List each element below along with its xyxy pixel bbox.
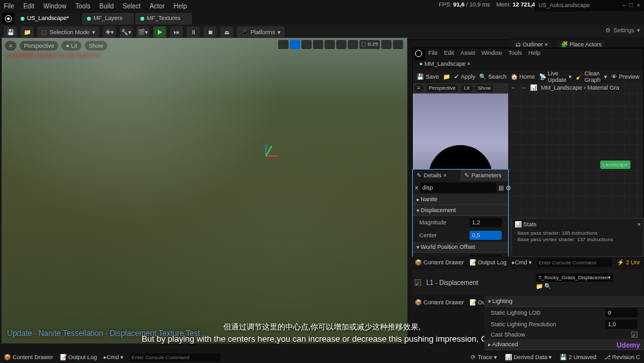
vp-tool-5[interactable]: [325, 40, 335, 49]
stop-icon[interactable]: ⏹: [204, 26, 216, 38]
vp-tool-3[interactable]: [301, 40, 312, 49]
center-field[interactable]: 0,5: [469, 231, 502, 240]
sequence-icon[interactable]: 🎬▾: [137, 26, 149, 38]
minimize-icon[interactable]: −: [622, 2, 625, 10]
graph-node[interactable]: Landscape: [600, 161, 630, 169]
use-icon[interactable]: 📁: [536, 283, 543, 289]
footer-cmd[interactable]: ▸Cmd ▾: [104, 354, 124, 360]
tab-landscape[interactable]: US_Landscape*: [15, 13, 80, 25]
res-field[interactable]: 1,0: [605, 320, 638, 329]
layer-checkbox[interactable]: [415, 279, 421, 286]
cmd-dropdown[interactable]: ▸Cmd ▾: [512, 259, 533, 266]
vp-tool-7[interactable]: [348, 40, 358, 49]
me-preview[interactable]: 👁 Preview: [611, 74, 639, 80]
settings-button[interactable]: ⚙ Settings ▾: [605, 27, 640, 34]
blueprint-icon[interactable]: 🔧▾: [120, 26, 133, 38]
displacement-category[interactable]: Displacement: [413, 205, 508, 216]
gear-icon[interactable]: ⚙: [506, 184, 511, 191]
footer-console-input[interactable]: [130, 353, 220, 362]
output-log-btn[interactable]: 📝 Output Log: [469, 259, 507, 266]
vp-tool-4[interactable]: [313, 40, 323, 49]
unread-badge[interactable]: ⚡ 2 Unr: [617, 259, 640, 266]
details-search-input[interactable]: [421, 182, 497, 193]
shadow-checkbox[interactable]: [631, 331, 638, 338]
pv-menu-icon[interactable]: ≡: [414, 84, 424, 92]
unreal-logo-icon[interactable]: [3, 13, 14, 25]
content-drawer-btn-2[interactable]: 📦 Content Drawer: [415, 299, 464, 306]
me-live[interactable]: 📡 Live Update ▾: [539, 70, 572, 83]
footer-drawer[interactable]: 📦 Content Drawer: [4, 354, 53, 360]
vp-tool-2[interactable]: [290, 40, 300, 49]
pv-show[interactable]: Show: [475, 84, 494, 92]
mode-selector[interactable]: ⬚ Selection Mode ▾: [37, 26, 99, 38]
revision-menu[interactable]: ⎇ Revision C: [604, 354, 640, 360]
texture-combo[interactable]: T_Rocky_Grass_Displacemen ▾: [536, 273, 613, 282]
me-clean[interactable]: 🧹 Clean Graph ▾: [576, 70, 607, 83]
main-viewport[interactable]: ≡ Perspective ● Lit Show ⬚ 0.25 LIGHTING…: [1, 37, 408, 344]
stats-title[interactable]: 📊 Stats: [515, 221, 536, 228]
close-icon[interactable]: ×: [637, 2, 640, 10]
ue-logo-small-icon[interactable]: [415, 50, 425, 60]
filter-icon[interactable]: ⊞: [498, 184, 504, 191]
unsaved-badge[interactable]: 💾 2 Unsaved: [560, 354, 596, 360]
me-browse-icon[interactable]: 📁: [443, 74, 450, 80]
menu-actor[interactable]: Actor: [149, 3, 164, 10]
add-icon[interactable]: ✚▾: [103, 26, 116, 38]
play-button[interactable]: [153, 26, 166, 38]
menu-tools[interactable]: Tools: [75, 3, 90, 10]
content-drawer-btn[interactable]: 📦 Content Drawer: [415, 259, 464, 266]
wpo-category[interactable]: World Position Offset: [413, 242, 508, 253]
menu-file[interactable]: File: [4, 3, 14, 10]
me-home[interactable]: 🏠 Home: [511, 74, 535, 80]
console-input[interactable]: [537, 259, 612, 267]
tab-mf-textures[interactable]: MF_Textures: [135, 13, 192, 25]
pv-persp[interactable]: Perspective: [426, 84, 459, 92]
vp-tool-1[interactable]: [278, 40, 289, 49]
vp-tool-9[interactable]: [393, 40, 403, 49]
vp-tool-8[interactable]: [381, 40, 392, 49]
trace-menu[interactable]: ⟳ Trace ▾: [471, 354, 497, 360]
tab-mf-layers[interactable]: MF_Layers: [82, 13, 134, 25]
browse-to-icon[interactable]: 🔍: [544, 283, 551, 289]
details-tab[interactable]: ✎ Details ×: [413, 170, 460, 181]
menu-select[interactable]: Select: [123, 3, 141, 10]
me-edit[interactable]: Edit: [444, 50, 455, 57]
viewport-menu-icon[interactable]: ≡: [5, 41, 17, 51]
me-file[interactable]: File: [428, 50, 438, 57]
menu-help[interactable]: Help: [174, 3, 187, 10]
magnitude-field[interactable]: 1,2: [469, 218, 502, 227]
me-window[interactable]: Window: [482, 50, 502, 57]
show-dropdown[interactable]: Show: [84, 41, 108, 51]
save-icon[interactable]: 💾: [4, 26, 17, 38]
lighting-category[interactable]: Lighting: [484, 296, 644, 307]
nanite-category[interactable]: Nanite: [413, 194, 508, 205]
transform-gizmo[interactable]: [256, 144, 276, 164]
derived-data-menu[interactable]: 📊 Derived Data ▾: [505, 354, 553, 360]
nav-fwd-icon[interactable]: →: [520, 84, 526, 91]
breadcrumb[interactable]: MM_Landscape › Material Gra: [541, 84, 620, 91]
platforms-menu[interactable]: 📱 Platforms ▾: [237, 26, 285, 38]
vp-tool-6[interactable]: [336, 40, 346, 49]
stats-close-icon[interactable]: ×: [638, 221, 641, 228]
me-apply[interactable]: ✔ Apply: [454, 74, 476, 80]
footer-output[interactable]: 📝 Output Log: [60, 354, 97, 360]
nav-back-icon[interactable]: ←: [511, 84, 516, 91]
lod-field[interactable]: 0: [605, 308, 638, 317]
vp-scale[interactable]: ⬚ 0.25: [359, 40, 380, 49]
browse-icon[interactable]: 📁: [21, 26, 33, 38]
menu-window[interactable]: Window: [43, 3, 66, 10]
eject-icon[interactable]: ⏏: [220, 26, 233, 38]
pv-lit[interactable]: Lit: [460, 84, 472, 92]
me-tools[interactable]: Tools: [509, 50, 522, 57]
material-tab[interactable]: ● MM_Landscape ×: [413, 59, 643, 70]
me-save[interactable]: 💾 Save: [417, 74, 439, 80]
lit-dropdown[interactable]: ● Lit: [61, 41, 81, 51]
perspective-dropdown[interactable]: Perspective: [19, 41, 59, 51]
me-help[interactable]: Help: [529, 50, 541, 57]
menu-edit[interactable]: Edit: [23, 3, 34, 10]
me-search[interactable]: 🔍 Search: [479, 74, 507, 80]
skip-icon[interactable]: ⏭: [170, 26, 183, 38]
menu-build[interactable]: Build: [99, 3, 113, 10]
me-asset[interactable]: Asset: [460, 50, 475, 57]
parameters-tab[interactable]: ✎ Parameters: [460, 170, 508, 181]
